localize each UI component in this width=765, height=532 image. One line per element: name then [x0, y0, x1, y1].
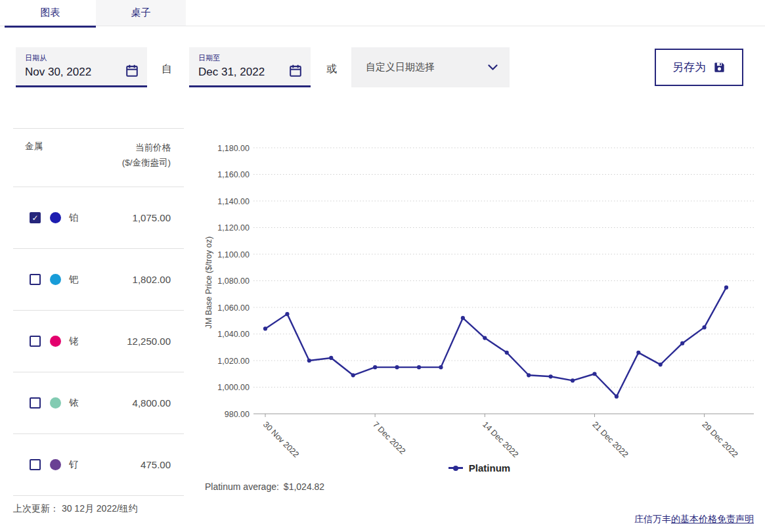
tab-chart-label: 图表 — [41, 7, 60, 19]
date-preset-value: 自定义日期选择 — [366, 61, 435, 74]
metal-name: 铱 — [69, 397, 79, 409]
average-label: Platinum average: — [205, 481, 279, 492]
legend-dot-marker — [453, 466, 458, 471]
svg-text:7 Dec 2022: 7 Dec 2022 — [371, 420, 407, 456]
price-header-line1: 当前价格 — [135, 143, 171, 152]
date-from-field[interactable]: 日期从 Nov 30, 2022 — [16, 47, 147, 87]
metal-color-dot — [50, 397, 61, 409]
disclaimer: 庄信万丰的基本价格免责声明 — [634, 514, 754, 525]
date-from-label: 日期从 — [25, 53, 138, 63]
metal-color-dot — [50, 274, 61, 285]
series-average-text: Platinum average:$1,024.82 — [205, 481, 324, 492]
metal-row: 铱4,800.00 — [13, 372, 184, 434]
metal-checkbox[interactable] — [30, 459, 41, 470]
metal-checkbox[interactable] — [30, 336, 41, 347]
svg-text:1,140.00: 1,140.00 — [217, 197, 250, 206]
save-as-button[interactable]: 另存为 — [655, 49, 743, 86]
svg-text:29 Dec 2022: 29 Dec 2022 — [700, 420, 739, 459]
price-chart: 1,180.001,160.001,140.001,120.001,100.00… — [197, 131, 762, 473]
svg-text:JM Base Price ($/troy oz): JM Base Price ($/troy oz) — [204, 236, 213, 328]
svg-text:1,000.00: 1,000.00 — [217, 383, 250, 392]
chevron-down-icon — [488, 64, 498, 71]
tabs-divider — [0, 26, 765, 26]
average-value: $1,024.82 — [284, 481, 324, 492]
metal-name: 钯 — [69, 273, 79, 286]
date-to-label: 日期至 — [198, 53, 301, 63]
date-from-value: Nov 30, 2022 — [25, 66, 138, 79]
price-column-header: 当前价格 ($/金衡盎司) — [122, 141, 171, 187]
svg-text:1,020.00: 1,020.00 — [217, 357, 250, 366]
legend-line-marker — [448, 467, 463, 469]
metal-name: 铑 — [69, 335, 79, 347]
save-floppy-icon — [713, 61, 726, 74]
last-updated-text: 上次更新： 30 12月 2022/纽约 — [13, 503, 138, 515]
svg-text:1,160.00: 1,160.00 — [217, 170, 250, 179]
price-header-line2: ($/金衡盎司) — [122, 158, 171, 167]
from-connector-label: 自 — [162, 62, 172, 76]
metal-checkbox[interactable] — [30, 397, 41, 409]
calendar-icon[interactable] — [125, 64, 139, 81]
metal-row: 钌475.00 — [13, 434, 184, 496]
svg-text:21 Dec 2022: 21 Dec 2022 — [590, 420, 630, 459]
metal-row: ✓铂1,075.00 — [13, 187, 184, 249]
tab-table-label: 桌子 — [131, 7, 151, 19]
svg-text:1,040.00: 1,040.00 — [217, 330, 250, 339]
save-as-label: 另存为 — [672, 60, 706, 75]
date-to-value: Dec 31, 2022 — [198, 66, 301, 79]
metal-color-dot — [50, 336, 61, 347]
svg-text:1,060.00: 1,060.00 — [217, 303, 250, 313]
disclaimer-prefix: 庄信万丰 — [634, 514, 671, 524]
svg-text:1,100.00: 1,100.00 — [217, 250, 250, 259]
svg-text:1,080.00: 1,080.00 — [217, 277, 250, 286]
metal-checkbox[interactable] — [30, 274, 41, 285]
metal-column-header: 金属 — [25, 141, 43, 187]
metal-price: 4,800.00 — [133, 397, 171, 409]
svg-text:1,180.00: 1,180.00 — [217, 144, 250, 153]
metal-checkbox[interactable]: ✓ — [30, 212, 41, 223]
metals-panel: 金属 当前价格 ($/金衡盎司) ✓铂1,075.00钯1,802.00铑12,… — [13, 128, 184, 496]
date-preset-dropdown[interactable]: 自定义日期选择 — [351, 47, 510, 87]
svg-text:980.00: 980.00 — [225, 410, 250, 419]
metal-price: 12,250.00 — [127, 336, 171, 347]
metal-row: 钯1,802.00 — [13, 249, 184, 311]
metals-list: ✓铂1,075.00钯1,802.00铑12,250.00铱4,800.00钌4… — [13, 187, 184, 496]
svg-text:1,120.00: 1,120.00 — [217, 223, 250, 233]
svg-text:14 Dec 2022: 14 Dec 2022 — [481, 420, 520, 459]
tab-table[interactable]: 桌子 — [96, 0, 186, 26]
disclaimer-link[interactable]: 的基本价格免责声明 — [671, 514, 754, 524]
tab-chart[interactable]: 图表 — [5, 0, 96, 28]
metals-header: 金属 当前价格 ($/金衡盎司) — [13, 128, 184, 187]
metal-color-dot — [50, 212, 61, 223]
metal-name: 钌 — [69, 458, 79, 471]
chart-legend: Platinum — [197, 462, 762, 474]
or-connector-label: 或 — [326, 62, 337, 76]
metal-price: 475.00 — [141, 459, 171, 470]
svg-text:30 Nov 2022: 30 Nov 2022 — [261, 420, 301, 459]
metal-price: 1,075.00 — [133, 212, 171, 223]
legend-series-label: Platinum — [469, 462, 510, 474]
metal-name: 铂 — [69, 211, 79, 224]
metal-row: 铑12,250.00 — [13, 311, 184, 372]
metal-price: 1,802.00 — [133, 274, 171, 285]
date-to-field[interactable]: 日期至 Dec 31, 2022 — [189, 47, 311, 87]
calendar-icon[interactable] — [288, 64, 303, 81]
metal-color-dot — [50, 459, 61, 470]
